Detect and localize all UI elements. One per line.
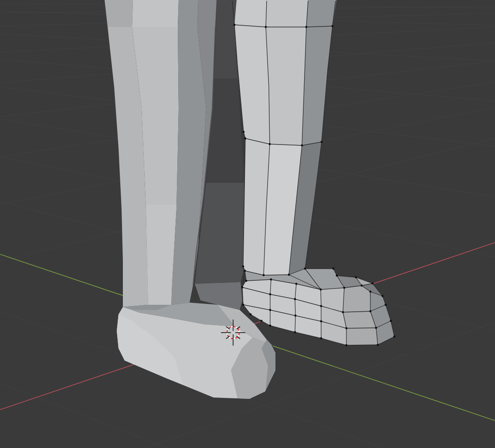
mesh-vertex[interactable] xyxy=(294,331,296,333)
mesh-vertex[interactable] xyxy=(361,285,363,287)
mesh-vertex[interactable] xyxy=(343,287,346,289)
mesh-vertex[interactable] xyxy=(263,274,265,276)
mesh-vertex[interactable] xyxy=(288,274,290,276)
mesh-vertex[interactable] xyxy=(295,283,298,285)
mesh-vertex[interactable] xyxy=(305,26,308,28)
mesh-vertex[interactable] xyxy=(244,138,247,140)
mesh-vertex[interactable] xyxy=(321,141,323,143)
mesh-vertex[interactable] xyxy=(393,336,396,338)
mesh-vertex[interactable] xyxy=(370,310,372,313)
mesh-vertex[interactable] xyxy=(320,337,322,340)
3d-viewport[interactable] xyxy=(0,0,495,448)
mesh-vertex[interactable] xyxy=(265,26,267,28)
mesh-vertex[interactable] xyxy=(320,289,322,291)
shoe-face-side xyxy=(321,288,346,345)
mesh-vertex[interactable] xyxy=(336,275,338,277)
mesh-vertex[interactable] xyxy=(332,268,335,270)
mesh-vertex[interactable] xyxy=(241,286,244,289)
leg-face xyxy=(178,0,198,27)
mesh-vertex[interactable] xyxy=(242,266,244,268)
mesh-vertex[interactable] xyxy=(320,320,322,323)
mesh-vertex[interactable] xyxy=(372,283,374,285)
mesh-vertex[interactable] xyxy=(390,320,392,322)
mesh-vertex[interactable] xyxy=(269,309,271,311)
mesh-vertex[interactable] xyxy=(370,291,372,293)
mesh-vertex[interactable] xyxy=(269,325,271,327)
mesh-vertex[interactable] xyxy=(294,298,296,300)
mesh-vertex[interactable] xyxy=(320,305,322,307)
mesh-vertex[interactable] xyxy=(234,24,236,26)
mesh-vertex[interactable] xyxy=(245,280,248,282)
mesh-vertex[interactable] xyxy=(355,276,357,279)
mesh-vertex[interactable] xyxy=(342,311,344,313)
leg-face xyxy=(197,0,217,27)
mesh-vertex[interactable] xyxy=(243,131,245,133)
mesh-vertex[interactable] xyxy=(269,143,271,145)
mesh-vertex[interactable] xyxy=(295,315,297,317)
leg-face xyxy=(132,0,179,27)
mesh-vertex[interactable] xyxy=(385,304,387,306)
mesh-vertex[interactable] xyxy=(382,295,384,297)
leg-face xyxy=(105,0,133,27)
mesh-vertex[interactable] xyxy=(269,293,271,296)
mesh-vertex[interactable] xyxy=(377,344,379,346)
mesh-vertex[interactable] xyxy=(244,270,246,272)
mesh-vertex[interactable] xyxy=(346,327,348,330)
shadow-face xyxy=(214,0,238,78)
mesh-vertex[interactable] xyxy=(332,25,334,27)
mesh-vertex[interactable] xyxy=(375,327,377,329)
mesh-vertex[interactable] xyxy=(270,279,272,281)
mesh-vertex[interactable] xyxy=(261,320,263,322)
mesh-vertex[interactable] xyxy=(304,268,306,270)
mesh-vertex[interactable] xyxy=(346,344,348,347)
mesh-vertex[interactable] xyxy=(250,313,252,316)
mesh-vertex[interactable] xyxy=(301,145,303,147)
mesh-vertex[interactable] xyxy=(242,304,244,306)
